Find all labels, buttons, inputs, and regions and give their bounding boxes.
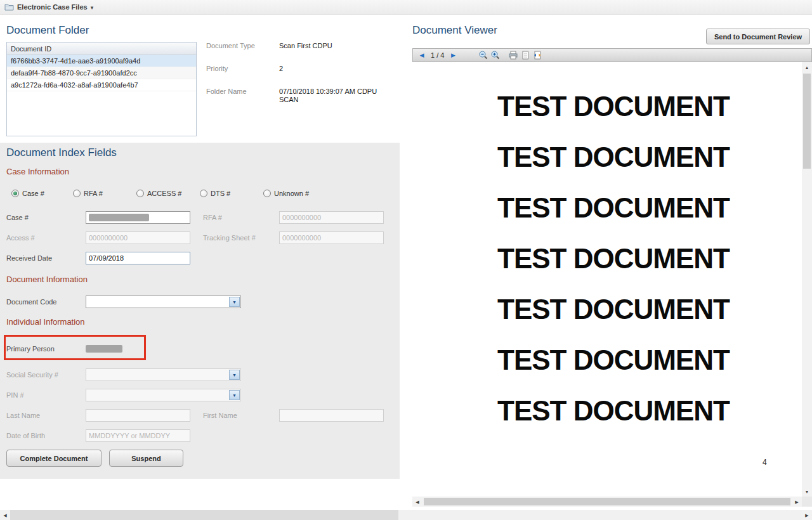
- dropdown-button: ▼: [229, 390, 240, 400]
- viewer-toolbar: ◀ 1 / 4 ▶: [412, 48, 812, 62]
- document-text-line: TEST DOCUMENT: [412, 132, 802, 183]
- date-of-birth-label: Date of Birth: [6, 432, 45, 439]
- rfa-number-field: [279, 211, 384, 224]
- case-number-field[interactable]: [86, 211, 190, 224]
- tracking-sheet-label: Tracking Sheet #: [203, 234, 256, 242]
- next-page-icon: ▶: [451, 53, 455, 58]
- radio-case-number[interactable]: Case #: [11, 190, 44, 197]
- vertical-scroll-thumb[interactable]: [803, 74, 811, 169]
- case-information-title: Case Information: [6, 167, 69, 176]
- received-date-label: Received Date: [6, 254, 52, 262]
- document-id-list: Document ID f6766bb3-3747-4d1e-aae3-a919…: [6, 42, 197, 136]
- print-icon: [508, 50, 518, 60]
- chevron-down-icon: ▼: [232, 300, 237, 304]
- document-index-fields-panel: Document Index Fields Case Information C…: [0, 143, 400, 479]
- scroll-down-button[interactable]: ▼: [802, 486, 812, 497]
- page-horizontal-scrollbar[interactable]: ◀ ▶: [0, 510, 812, 520]
- document-type-row: Document Type Scan First CDPU: [206, 42, 396, 50]
- next-page-button[interactable]: ▶: [448, 50, 458, 60]
- previous-page-icon: ◀: [420, 53, 424, 58]
- index-fields-title: Document Index Fields: [6, 146, 117, 159]
- fit-width-icon: [532, 50, 542, 60]
- scroll-up-button[interactable]: ▲: [802, 62, 812, 72]
- document-text-line: TEST DOCUMENT: [412, 284, 802, 335]
- social-security-dropdown: ▼: [86, 368, 241, 381]
- document-row[interactable]: defaa9f4-7b88-4870-9cc7-a91900afd2cc: [7, 67, 196, 79]
- scroll-right-icon: ▶: [805, 513, 808, 517]
- viewer-vertical-scrollbar[interactable]: ▲ ▼: [802, 62, 812, 497]
- folder-icon: [4, 3, 14, 11]
- fit-width-button[interactable]: [532, 50, 542, 60]
- app-menu-label[interactable]: Electronic Case Files: [17, 3, 88, 11]
- radio-icon: [73, 190, 81, 197]
- single-page-icon: [520, 50, 530, 60]
- viewer-horizontal-scrollbar[interactable]: ◀ ▶: [412, 497, 802, 507]
- last-name-label: Last Name: [6, 412, 40, 419]
- previous-page-button[interactable]: ◀: [417, 50, 427, 60]
- horizontal-scroll-thumb[interactable]: [424, 498, 790, 505]
- send-to-document-review-button[interactable]: Send to Document Review: [706, 29, 810, 44]
- zoom-out-button[interactable]: [478, 50, 488, 60]
- radio-unknown-number[interactable]: Unknown #: [263, 190, 309, 197]
- radio-rfa-number[interactable]: RFA #: [73, 190, 103, 197]
- document-text-line: TEST DOCUMENT: [412, 233, 802, 284]
- scroll-left-icon: ◀: [3, 513, 6, 517]
- print-button[interactable]: [508, 50, 518, 60]
- access-number-label: Access #: [6, 234, 35, 242]
- date-of-birth-field: [86, 429, 190, 442]
- zoom-in-button[interactable]: [490, 50, 501, 60]
- page-scroll-thumb[interactable]: [10, 510, 398, 520]
- complete-document-button[interactable]: Complete Document: [6, 450, 102, 467]
- radio-icon: [136, 190, 144, 197]
- scroll-down-icon: ▼: [805, 490, 809, 494]
- received-date-field[interactable]: [86, 252, 190, 264]
- document-code-dropdown[interactable]: ▼: [86, 296, 241, 308]
- redacted-case-number-value: [89, 214, 149, 221]
- radio-access-number[interactable]: ACCESS #: [136, 190, 181, 197]
- radio-icon: [263, 190, 271, 197]
- document-row-selected[interactable]: f6766bb3-3747-4d1e-aae3-a91900af9a4d: [7, 55, 196, 67]
- access-number-field: [86, 231, 190, 244]
- document-type-value: Scan First CDPU: [279, 42, 384, 50]
- single-page-view-button[interactable]: [520, 50, 530, 60]
- scrollbar-corner: [802, 497, 812, 507]
- document-text-line: TEST DOCUMENT: [412, 386, 802, 436]
- document-folder-title: Document Folder: [6, 24, 89, 37]
- scroll-right-button[interactable]: ▶: [792, 497, 802, 507]
- scroll-left-icon: ◀: [416, 500, 419, 504]
- radio-icon: [200, 190, 207, 197]
- radio-selected-icon: [11, 190, 19, 197]
- document-text-line: TEST DOCUMENT: [412, 81, 802, 132]
- pin-label: PIN #: [6, 391, 24, 399]
- suspend-button[interactable]: Suspend: [109, 450, 183, 467]
- primary-person-label: Primary Person: [6, 345, 55, 353]
- scroll-left-button[interactable]: ◀: [0, 510, 10, 520]
- priority-value: 2: [279, 65, 384, 73]
- document-viewer-title: Document Viewer: [412, 24, 497, 37]
- last-name-field: [86, 409, 190, 422]
- individual-information-title: Individual Information: [6, 317, 85, 327]
- scroll-right-button[interactable]: ▶: [802, 510, 812, 520]
- radio-dts-number[interactable]: DTS #: [200, 190, 230, 197]
- redacted-primary-person-value: [86, 345, 122, 353]
- document-information-title: Document Information: [6, 275, 88, 284]
- priority-row: Priority 2: [206, 65, 396, 73]
- dropdown-button[interactable]: ▼: [229, 297, 240, 307]
- folder-name-label: Folder Name: [206, 88, 279, 104]
- scroll-left-button[interactable]: ◀: [412, 497, 422, 507]
- pin-dropdown: ▼: [86, 389, 241, 401]
- tracking-sheet-field: [279, 231, 384, 244]
- document-code-label: Document Code: [6, 298, 57, 306]
- document-type-label: Document Type: [206, 42, 279, 50]
- document-id-column-header[interactable]: Document ID: [7, 42, 196, 55]
- app-menubar: Electronic Case Files ▾: [0, 0, 812, 15]
- document-row[interactable]: a9c1272a-fd6a-4032-a8af-a91900afe4b7: [7, 79, 196, 91]
- zoom-in-icon: [490, 50, 501, 60]
- social-security-label: Social Security #: [6, 371, 58, 379]
- chevron-down-icon[interactable]: ▾: [91, 4, 94, 11]
- folder-name-value: 07/10/2018 10:39:07 AM CDPU SCAN: [279, 88, 384, 104]
- document-page-view[interactable]: TEST DOCUMENT TEST DOCUMENT TEST DOCUMEN…: [412, 62, 802, 497]
- first-name-label: First Name: [203, 412, 237, 419]
- page-number: 4: [763, 458, 767, 467]
- page-indicator: 1 / 4: [429, 51, 446, 59]
